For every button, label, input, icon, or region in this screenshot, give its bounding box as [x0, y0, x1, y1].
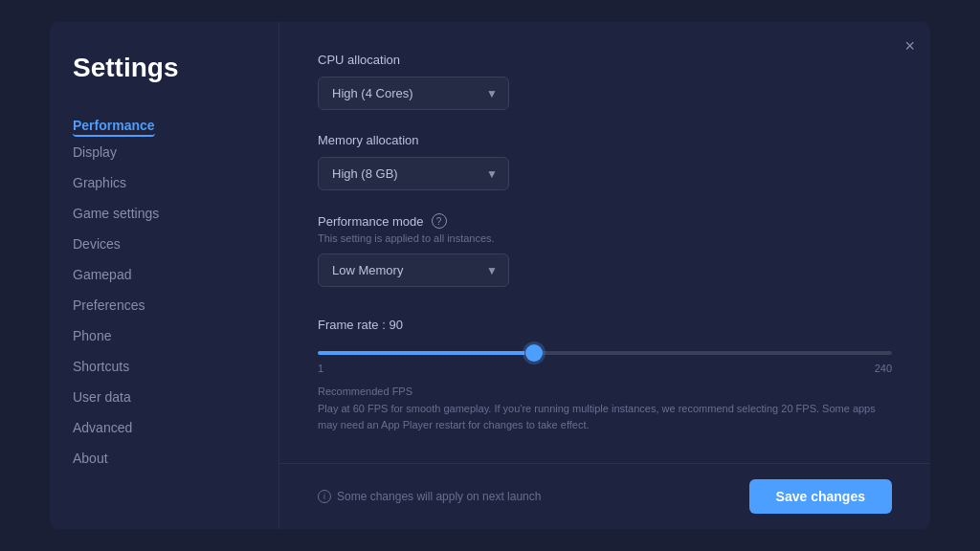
sidebar-item-user-data[interactable]: User data — [73, 382, 256, 412]
slider-max-label: 240 — [875, 363, 892, 374]
main-content: CPU allocation High (4 Cores) Low (1 Cor… — [279, 22, 930, 463]
sidebar-item-graphics[interactable]: Graphics — [73, 167, 256, 198]
slider-labels: 1 240 — [318, 363, 892, 374]
perf-mode-header: Performance mode ? — [318, 213, 892, 229]
sidebar-item-display[interactable]: Display — [73, 137, 256, 167]
fps-note: Recommended FPS Play at 60 FPS for smoot… — [318, 386, 892, 432]
sidebar-item-shortcuts[interactable]: Shortcuts — [73, 351, 256, 382]
perf-mode-label: Performance mode — [318, 214, 424, 229]
footer-note-text: Some changes will apply on next launch — [337, 490, 541, 503]
sidebar-item-about[interactable]: About — [73, 443, 256, 474]
frame-rate-label: Frame rate : 90 — [318, 318, 892, 332]
fps-note-text: Play at 60 FPS for smooth gameplay. If y… — [318, 401, 892, 432]
settings-modal: × Settings PerformanceDisplayGraphicsGam… — [50, 22, 930, 529]
footer-note: i Some changes will apply on next launch — [318, 490, 541, 503]
perf-mode-help-icon[interactable]: ? — [432, 213, 447, 229]
fps-note-title: Recommended FPS — [318, 386, 892, 397]
sidebar-item-performance[interactable]: Performance — [73, 110, 155, 137]
perf-mode-select-wrapper: Low Memory High Performance Balanced ▼ — [318, 253, 509, 287]
memory-select[interactable]: High (8 GB) Low (2 GB) Medium (4 GB) Cus… — [318, 157, 509, 190]
cpu-select[interactable]: High (4 Cores) Low (1 Core) Medium (2 Co… — [318, 77, 509, 110]
memory-allocation-label: Memory allocation — [318, 133, 892, 147]
sidebar-item-preferences[interactable]: Preferences — [73, 290, 256, 320]
settings-title: Settings — [73, 53, 256, 83]
sidebar-item-advanced[interactable]: Advanced — [73, 412, 256, 443]
cpu-select-wrapper: High (4 Cores) Low (1 Core) Medium (2 Co… — [318, 77, 509, 110]
frame-rate-slider[interactable] — [318, 351, 892, 355]
info-icon: i — [318, 490, 331, 503]
sidebar-item-game-settings[interactable]: Game settings — [73, 198, 256, 229]
footer: i Some changes will apply on next launch… — [279, 463, 930, 529]
slider-min-label: 1 — [318, 363, 323, 374]
sidebar: Settings PerformanceDisplayGraphicsGame … — [50, 22, 279, 529]
frame-rate-section: Frame rate : 90 1 240 Recommended FPS Pl… — [318, 318, 892, 432]
perf-mode-hint: This setting is applied to all instances… — [318, 232, 892, 244]
sidebar-item-gamepad[interactable]: Gamepad — [73, 259, 256, 290]
memory-select-wrapper: High (8 GB) Low (2 GB) Medium (4 GB) Cus… — [318, 157, 509, 190]
sidebar-item-phone[interactable]: Phone — [73, 320, 256, 351]
cpu-allocation-label: CPU allocation — [318, 53, 892, 67]
perf-mode-select[interactable]: Low Memory High Performance Balanced — [318, 253, 509, 287]
sidebar-item-devices[interactable]: Devices — [73, 229, 256, 259]
save-changes-button[interactable]: Save changes — [749, 479, 892, 514]
